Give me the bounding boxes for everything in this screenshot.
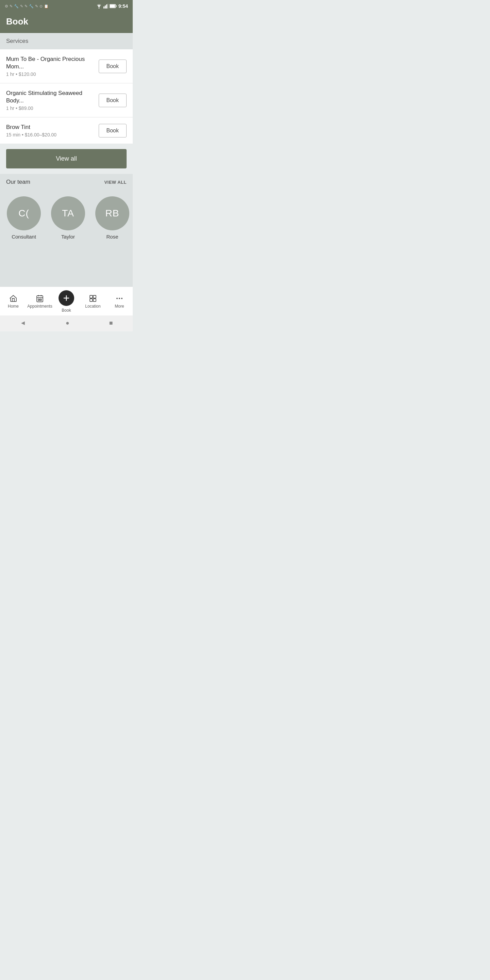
avatar-initials-consultant: C(: [18, 208, 29, 219]
avatar-initials-taylor: TA: [62, 208, 74, 219]
team-view-all-link[interactable]: VIEW ALL: [104, 180, 127, 185]
svg-rect-4: [108, 4, 108, 8]
avatar-taylor: TA: [51, 196, 85, 231]
svg-rect-8: [37, 296, 43, 302]
svg-rect-9: [38, 299, 40, 301]
settings-icon: ⚙: [5, 4, 8, 8]
edit-icon-2: ✎: [20, 4, 23, 8]
more-icon: [115, 294, 124, 302]
nav-label-location: Location: [85, 304, 100, 309]
avatar-initials-rose: RB: [105, 208, 119, 219]
team-row: C( Consultant TA Taylor RB Rose: [3, 196, 129, 240]
member-name-rose: Rose: [106, 234, 118, 240]
service-info-3: Brow Tint 15 min • $16.00–$20.00: [6, 124, 94, 137]
member-name-consultant: Consultant: [11, 234, 36, 240]
service-item-2: Organic Stimulating Seaweed Body... 1 hr…: [0, 83, 133, 118]
services-section-header: Services: [0, 33, 133, 49]
status-bar: ⚙ ✎ 🔧 ✎ ✎ 🔧 ✎ ⊙ 📋 9:54: [0, 0, 133, 12]
wrench-icon-2: 🔧: [29, 4, 34, 8]
recents-icon[interactable]: ■: [109, 320, 113, 327]
svg-rect-3: [106, 5, 107, 8]
appointments-icon: [36, 294, 44, 302]
edit-icon-1: ✎: [10, 4, 13, 8]
avatar-consultant: C(: [7, 196, 41, 231]
team-member-rose[interactable]: RB Rose: [95, 196, 129, 240]
nav-label-appointments: Appointments: [27, 304, 52, 309]
page-header: Book: [0, 12, 133, 33]
service-name-2: Organic Stimulating Seaweed Body...: [6, 89, 94, 105]
status-right: 9:54: [96, 3, 128, 9]
service-item-3: Brow Tint 15 min • $16.00–$20.00 Book: [0, 118, 133, 143]
book-button-3[interactable]: Book: [99, 124, 127, 137]
our-team-header: Our team VIEW ALL: [0, 174, 133, 190]
service-item-1: Mum To Be - Organic Precious Mom... 1 hr…: [0, 49, 133, 83]
status-time: 9:54: [118, 3, 128, 9]
service-details-1: 1 hr • $120.00: [6, 72, 94, 77]
svg-rect-13: [90, 299, 92, 301]
member-name-taylor: Taylor: [61, 234, 75, 240]
home-nav-icon[interactable]: ●: [66, 320, 69, 327]
service-info-2: Organic Stimulating Seaweed Body... 1 hr…: [6, 89, 94, 111]
services-list: Mum To Be - Organic Precious Mom... 1 hr…: [0, 49, 133, 143]
services-label: Services: [6, 38, 28, 44]
nav-item-book[interactable]: Book: [53, 290, 80, 313]
view-all-button[interactable]: View all: [6, 149, 127, 169]
signal-icon: [103, 4, 108, 8]
page-title: Book: [6, 16, 127, 27]
svg-rect-6: [116, 5, 116, 7]
home-icon: [9, 294, 18, 302]
svg-point-16: [119, 298, 120, 299]
edit-icon-4: ✎: [35, 4, 38, 8]
svg-rect-11: [90, 295, 92, 298]
service-details-3: 15 min • $16.00–$20.00: [6, 132, 94, 137]
nav-label-home: Home: [8, 304, 19, 309]
status-icons: ⚙ ✎ 🔧 ✎ ✎ 🔧 ✎ ⊙ 📋: [5, 4, 49, 8]
svg-point-17: [121, 298, 123, 299]
svg-rect-2: [105, 5, 106, 8]
book-button-2[interactable]: Book: [99, 94, 127, 107]
team-member-taylor[interactable]: TA Taylor: [51, 196, 85, 240]
team-section: C( Consultant TA Taylor RB Rose: [0, 190, 133, 246]
nav-label-more: More: [115, 304, 124, 309]
edit-icon-3: ✎: [24, 4, 27, 8]
circle-icon: ⊙: [40, 4, 43, 8]
back-icon[interactable]: ◄: [20, 320, 26, 327]
service-details-2: 1 hr • $89.00: [6, 105, 94, 111]
svg-rect-1: [103, 6, 105, 8]
nav-item-more[interactable]: More: [106, 294, 133, 309]
wrench-icon-1: 🔧: [14, 4, 19, 8]
wifi-icon: [96, 4, 102, 8]
battery-icon: [110, 4, 117, 8]
system-navigation: ◄ ● ■: [0, 315, 133, 331]
our-team-title: Our team: [6, 179, 30, 185]
service-name-3: Brow Tint: [6, 124, 94, 131]
svg-point-15: [116, 298, 118, 299]
service-name-1: Mum To Be - Organic Precious Mom...: [6, 56, 94, 70]
service-info-1: Mum To Be - Organic Precious Mom... 1 hr…: [6, 56, 94, 77]
bottom-navigation: Home Appointments Book Location: [0, 286, 133, 315]
nav-item-location[interactable]: Location: [80, 294, 106, 309]
svg-rect-7: [110, 5, 115, 8]
team-member-consultant[interactable]: C( Consultant: [7, 196, 41, 240]
avatar-rose: RB: [95, 196, 129, 231]
location-icon: [89, 294, 97, 302]
svg-rect-12: [93, 295, 96, 298]
book-button-1[interactable]: Book: [99, 60, 127, 73]
nav-item-appointments[interactable]: Appointments: [27, 294, 53, 309]
content-spacer: [0, 246, 133, 286]
nav-item-home[interactable]: Home: [0, 294, 27, 309]
svg-point-0: [98, 8, 99, 8]
nav-label-book: Book: [62, 308, 71, 313]
svg-rect-10: [40, 299, 41, 301]
svg-rect-14: [93, 299, 96, 301]
book-center-icon: [59, 290, 74, 306]
card-icon: 📋: [44, 4, 49, 8]
